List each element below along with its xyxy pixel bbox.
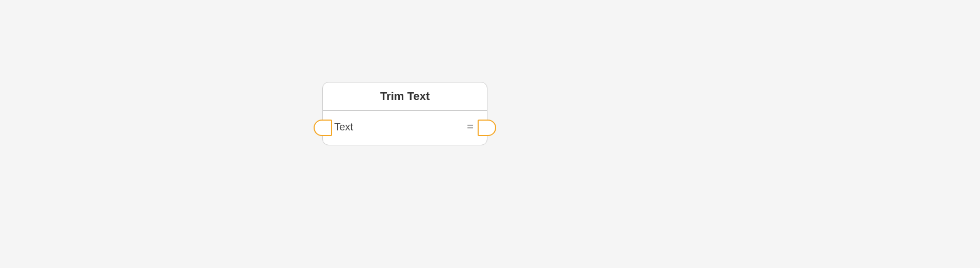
output-port[interactable]	[478, 120, 496, 136]
output-label: =	[467, 120, 473, 133]
input-port[interactable]	[314, 120, 332, 136]
node-header: Trim Text	[323, 82, 487, 111]
input-label: Text	[334, 121, 353, 133]
trim-text-node[interactable]: Trim Text Text =	[322, 82, 487, 145]
node-title: Trim Text	[328, 90, 482, 103]
node-body: Text =	[323, 111, 487, 145]
